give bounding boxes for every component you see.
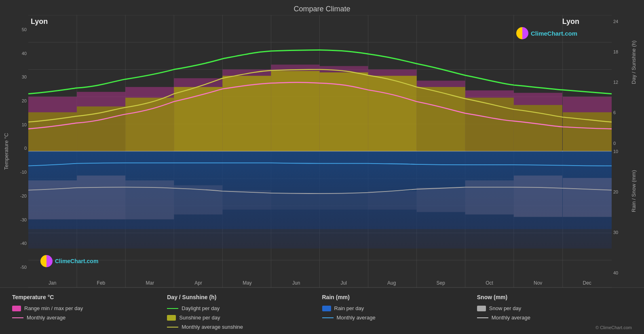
logo-icon-left xyxy=(40,255,53,267)
copyright: © ClimeChart.com xyxy=(477,325,632,330)
svg-rect-60 xyxy=(563,178,612,217)
y-right-tick: 40 xyxy=(613,270,618,275)
legend-label-temp-range: Range min / max per day xyxy=(24,305,83,311)
svg-rect-57 xyxy=(417,188,465,212)
logo-icon-right xyxy=(516,27,528,39)
month-jun: Jun xyxy=(292,280,300,286)
svg-rect-37 xyxy=(77,106,125,151)
svg-rect-45 xyxy=(465,98,514,151)
logo-top-right: ClimeChart.com xyxy=(516,27,577,39)
svg-rect-43 xyxy=(368,76,417,151)
x-axis-months: Jan Feb Mar Apr May Jun Jul Aug Sep Oct … xyxy=(28,280,612,286)
legend-title-snow: Snow (mm) xyxy=(477,294,632,300)
chart-plot: Lyon Lyon ClimeChart.com ClimeChart.com xyxy=(28,15,612,287)
y-right-tick: 18 xyxy=(613,49,618,54)
logo-bottom-left: ClimeChart.com xyxy=(40,255,98,267)
legend-col-sunshine: Day / Sunshine (h) Daylight per day Suns… xyxy=(167,294,322,330)
y-tick: -40 xyxy=(20,241,27,246)
legend-area: Temperature °C Range min / max per day M… xyxy=(0,287,644,334)
chart-svg xyxy=(28,15,612,287)
legend-label-snow-avg: Monthly average xyxy=(492,315,530,321)
y-axis-right: 24 18 12 6 0 10 20 30 40 xyxy=(612,15,644,287)
svg-rect-50 xyxy=(77,176,125,219)
y-tick: -30 xyxy=(20,217,27,222)
svg-rect-55 xyxy=(319,193,368,210)
y-tick: -10 xyxy=(20,170,27,174)
y-ticks-left: 50 40 30 20 10 0 -10 -20 -30 -40 -50 xyxy=(20,27,27,270)
legend-title-sunshine: Day / Sunshine (h) xyxy=(167,294,322,300)
legend-col-snow: Snow (mm) Snow per day Monthly average ©… xyxy=(477,294,632,330)
legend-col-rain: Rain (mm) Rain per day Monthly average xyxy=(322,294,477,330)
legend-line-snow-avg xyxy=(477,317,488,318)
city-label-left: Lyon xyxy=(31,17,48,26)
legend-label-rain: Rain per day xyxy=(334,305,364,311)
y-tick: 40 xyxy=(22,51,27,56)
legend-swatch-snow xyxy=(477,306,486,311)
legend-label-sunshine: Sunshine per day xyxy=(179,315,220,321)
legend-item-snow-per-day: Snow per day xyxy=(477,305,632,311)
svg-rect-46 xyxy=(514,105,562,151)
legend-item-snow-avg: Monthly average xyxy=(477,315,632,321)
legend-swatch-sunshine xyxy=(167,315,176,321)
month-mar: Mar xyxy=(146,280,154,286)
legend-item-rain-per-day: Rain per day xyxy=(322,305,477,311)
legend-label-snow: Snow per day xyxy=(489,305,522,311)
svg-rect-51 xyxy=(125,181,174,219)
page-container: Compare Climate Temperature °C 50 40 30 … xyxy=(0,0,644,334)
month-nov: Nov xyxy=(534,280,542,286)
y-tick: 20 xyxy=(22,98,27,103)
y-right-tick: 6 xyxy=(613,110,616,115)
legend-label-sunshine-avg: Monthly average sunshine xyxy=(182,324,243,330)
y-right-top: 24 18 12 6 0 xyxy=(613,19,644,147)
month-feb: Feb xyxy=(97,280,106,286)
legend-line-daylight xyxy=(167,308,178,309)
legend-line-temp-avg xyxy=(12,317,23,318)
month-aug: Aug xyxy=(387,280,396,286)
y-right-tick: 12 xyxy=(613,80,618,85)
y-tick: 30 xyxy=(22,74,27,79)
svg-rect-59 xyxy=(514,176,562,217)
y-tick: 0 xyxy=(24,146,27,151)
y-right-bottom: 10 20 30 40 xyxy=(613,147,644,276)
legend-line-sunshine-avg xyxy=(167,327,178,328)
month-apr: Apr xyxy=(194,280,202,286)
legend-swatch-temp-range xyxy=(12,306,21,311)
month-oct: Oct xyxy=(486,280,493,286)
legend-item-temp-avg: Monthly average xyxy=(12,315,167,321)
y-axis-left-label: Temperature °C xyxy=(3,133,9,170)
chart-plot-container: Lyon Lyon ClimeChart.com ClimeChart.com xyxy=(28,15,612,287)
legend-col-temperature: Temperature °C Range min / max per day M… xyxy=(12,294,167,330)
svg-rect-49 xyxy=(28,181,77,219)
svg-rect-39 xyxy=(174,87,222,151)
legend-item-sunshine-avg: Monthly average sunshine xyxy=(167,324,322,330)
y-tick: 10 xyxy=(22,122,27,127)
y-axis-left: Temperature °C 50 40 30 20 10 0 -10 -20 … xyxy=(0,15,28,287)
y-right-tick: 24 xyxy=(613,19,618,24)
legend-label-temp-avg: Monthly average xyxy=(27,315,65,321)
y-right-tick: 0 xyxy=(613,141,616,146)
legend-swatch-rain xyxy=(322,306,331,311)
y-right-tick: 20 xyxy=(613,189,618,194)
month-jan: Jan xyxy=(49,280,56,286)
month-dec: Dec xyxy=(583,280,591,286)
month-jul: Jul xyxy=(341,280,347,286)
legend-item-temp-range: Range min / max per day xyxy=(12,305,167,311)
page-title: Compare Climate xyxy=(0,0,644,15)
svg-rect-42 xyxy=(319,72,368,151)
city-label-right: Lyon xyxy=(562,17,579,26)
svg-rect-40 xyxy=(222,76,271,151)
legend-line-rain-avg xyxy=(322,317,334,318)
y-tick: 50 xyxy=(22,27,27,32)
legend-label-rain-avg: Monthly average xyxy=(337,315,376,321)
legend-item-daylight: Daylight per day xyxy=(167,305,322,311)
y-right-tick: 30 xyxy=(613,230,618,235)
y-tick: -50 xyxy=(20,265,27,270)
legend-title-temperature: Temperature °C xyxy=(12,294,167,300)
y-tick: -20 xyxy=(20,194,27,198)
svg-rect-56 xyxy=(368,191,417,210)
svg-rect-54 xyxy=(271,193,319,210)
svg-rect-58 xyxy=(465,181,514,215)
legend-item-rain-avg: Monthly average xyxy=(322,315,477,321)
logo-text-right: ClimeChart.com xyxy=(531,30,577,37)
legend-title-rain: Rain (mm) xyxy=(322,294,477,300)
